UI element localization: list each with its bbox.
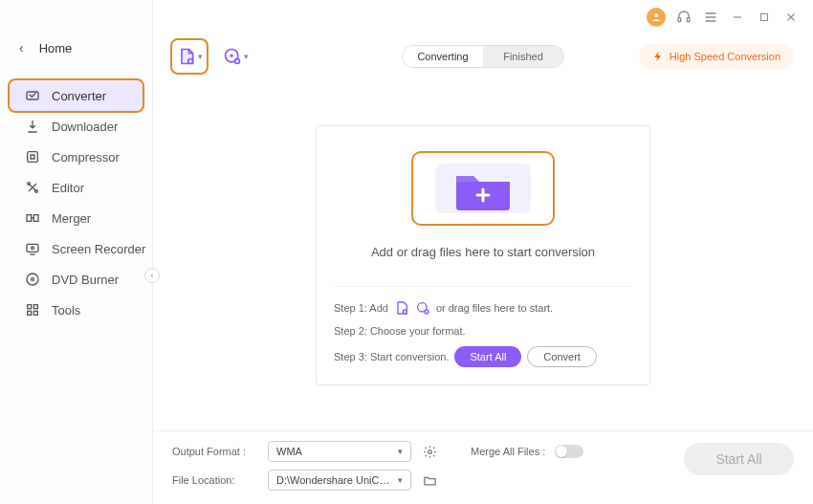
sidebar-item-compressor[interactable]: Compressor: [0, 142, 152, 172]
step3-text: Step 3: Start conversion.: [334, 351, 449, 362]
sidebar-item-merger[interactable]: Merger: [0, 203, 152, 233]
add-files-dropzone[interactable]: [411, 151, 555, 226]
sidebar-item-label: Converter: [52, 89, 106, 103]
svg-point-9: [32, 278, 34, 281]
output-format-value: WMA: [276, 446, 302, 457]
step-3: Step 3: Start conversion. Start All Conv…: [334, 346, 632, 367]
gear-icon[interactable]: [421, 443, 438, 460]
sidebar-item-label: DVD Burner: [52, 273, 119, 287]
converter-icon: [25, 88, 40, 103]
merge-files-toggle[interactable]: [555, 445, 583, 458]
sidebar-item-label: Downloader: [52, 120, 118, 134]
sidebar-item-editor[interactable]: Editor: [0, 172, 152, 203]
home-label: Home: [39, 41, 73, 55]
dvd-burner-icon: [25, 272, 40, 287]
svg-rect-4: [27, 215, 32, 222]
sidebar-item-label: Editor: [52, 181, 84, 195]
tabs: Converting Finished: [402, 45, 564, 68]
start-all-button[interactable]: Start All: [684, 443, 794, 475]
merger-icon: [25, 210, 40, 226]
svg-rect-12: [28, 311, 32, 315]
downloader-icon: [25, 119, 40, 134]
editor-icon: [25, 180, 40, 195]
add-dvd-small-icon: [415, 300, 430, 316]
svg-rect-11: [33, 305, 37, 309]
add-file-button[interactable]: ▾: [172, 40, 207, 73]
open-folder-icon[interactable]: [421, 471, 438, 489]
add-file-small-icon: [394, 300, 409, 316]
svg-point-25: [428, 449, 431, 453]
step1-suffix: or drag files here to start.: [436, 302, 553, 314]
high-speed-conversion-button[interactable]: High Speed Conversion: [639, 44, 794, 69]
toolbar: ▾ ▾ Converting Finished High Speed Conve…: [153, 0, 813, 80]
tools-icon: [25, 302, 40, 318]
add-dvd-button[interactable]: ▾: [218, 40, 253, 73]
sidebar-list: Converter Downloader Compressor Editor: [0, 80, 152, 325]
steps: Step 1: Add or drag files here to start.…: [334, 286, 632, 367]
start-all-small-button[interactable]: Start All: [454, 346, 521, 367]
file-location-value: D:\Wondershare UniConverter 1: [276, 474, 391, 486]
hsc-label: High Speed Conversion: [670, 51, 780, 62]
sidebar-item-dvd-burner[interactable]: DVD Burner: [0, 264, 152, 295]
main-area: ▾ ▾ Converting Finished High Speed Conve…: [153, 0, 813, 504]
dropzone: Add or drag files here to start conversi…: [316, 125, 650, 385]
file-location-label: File Location:: [172, 474, 258, 486]
svg-point-20: [230, 55, 232, 57]
chevron-down-icon: ▾: [398, 475, 403, 485]
sidebar-item-label: Merger: [52, 211, 91, 226]
chevron-down-icon: ▾: [398, 447, 403, 456]
svg-point-8: [27, 274, 38, 285]
sidebar-item-tools[interactable]: Tools: [0, 295, 152, 325]
sidebar-item-label: Tools: [52, 303, 80, 318]
file-location-select[interactable]: D:\Wondershare UniConverter 1 ▾: [268, 470, 411, 491]
svg-rect-6: [27, 244, 38, 252]
sidebar-item-label: Compressor: [52, 150, 120, 164]
svg-rect-13: [33, 311, 37, 315]
svg-rect-1: [28, 152, 38, 163]
compressor-icon: [25, 149, 40, 164]
chevron-left-icon: ‹: [19, 40, 24, 55]
svg-point-7: [32, 247, 34, 250]
tab-converting[interactable]: Converting: [403, 46, 483, 67]
app-root: ‹ Home Converter Downloader Compressor: [0, 0, 813, 504]
step1-prefix: Step 1: Add: [334, 302, 388, 314]
sidebar-item-downloader[interactable]: Downloader: [0, 111, 152, 142]
home-nav[interactable]: ‹ Home: [0, 31, 152, 65]
step-2: Step 2: Choose your format.: [334, 325, 632, 337]
sidebar-item-label: Screen Recorder: [52, 242, 145, 256]
sidebar-item-converter[interactable]: Converter: [10, 80, 143, 111]
chevron-down-icon: ▾: [198, 52, 203, 61]
screen-recorder-icon: [25, 241, 40, 256]
output-format-label: Output Format :: [172, 446, 258, 457]
tab-finished[interactable]: Finished: [483, 46, 563, 67]
content-area: Add or drag files here to start conversi…: [153, 80, 813, 430]
dropzone-text: Add or drag files here to start conversi…: [371, 245, 595, 259]
sidebar: ‹ Home Converter Downloader Compressor: [0, 0, 153, 504]
footer: Output Format : WMA ▾ Merge All Files : …: [153, 430, 813, 504]
output-format-select[interactable]: WMA ▾: [268, 441, 411, 462]
merge-files-label: Merge All Files :: [471, 446, 545, 457]
step-1: Step 1: Add or drag files here to start.: [334, 300, 632, 316]
chevron-down-icon: ▾: [244, 52, 249, 61]
sidebar-item-screen-recorder[interactable]: Screen Recorder: [0, 233, 152, 264]
folder-plus-icon: [452, 164, 514, 212]
svg-rect-5: [33, 215, 38, 222]
convert-small-button[interactable]: Convert: [527, 346, 597, 367]
svg-rect-10: [28, 305, 32, 309]
lightning-icon: [652, 51, 664, 62]
